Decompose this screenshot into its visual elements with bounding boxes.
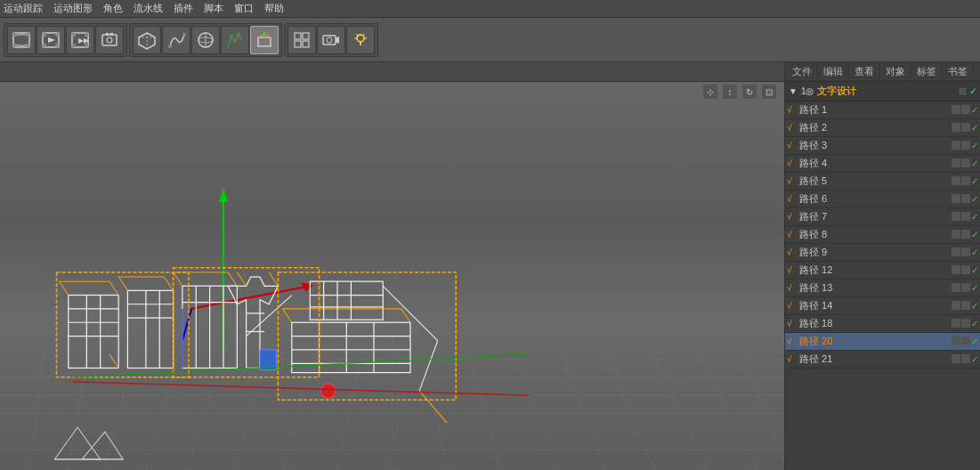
- tool-camera-view[interactable]: [317, 26, 345, 54]
- obj-visibility-check[interactable]: √: [787, 176, 798, 186]
- obj-icon-dot-2[interactable]: [961, 105, 970, 114]
- menu-item-scripts[interactable]: 脚本: [204, 2, 223, 15]
- obj-icon-dot-2[interactable]: [961, 265, 970, 274]
- obj-icon-dot-1[interactable]: [952, 105, 960, 114]
- obj-green-check[interactable]: ✓: [971, 141, 978, 150]
- list-item[interactable]: √路径 21✓: [785, 351, 980, 369]
- obj-green-check[interactable]: ✓: [971, 230, 978, 239]
- list-item[interactable]: √路径 2✓: [785, 119, 980, 137]
- obj-visibility-check[interactable]: √: [787, 336, 798, 346]
- list-item[interactable]: √路径 14✓: [785, 297, 980, 315]
- obj-visibility-check[interactable]: √: [787, 283, 798, 293]
- obj-icon-dot-2[interactable]: [961, 176, 970, 185]
- obj-icon-dot-1[interactable]: [952, 319, 960, 328]
- obj-icon-dot-1[interactable]: [952, 230, 960, 239]
- obj-icon-dot-2[interactable]: [961, 230, 970, 239]
- obj-visibility-check[interactable]: √: [787, 230, 798, 239]
- obj-green-check[interactable]: ✓: [971, 265, 978, 275]
- obj-visibility-check[interactable]: √: [787, 265, 798, 275]
- tool-grid-view[interactable]: [288, 26, 316, 54]
- obj-icon-dot-1[interactable]: [952, 354, 960, 363]
- obj-icon-dot-1[interactable]: [952, 158, 960, 167]
- tool-light[interactable]: [346, 26, 375, 54]
- obj-green-check[interactable]: ✓: [971, 301, 978, 311]
- tool-nurbs[interactable]: [221, 26, 249, 54]
- obj-visibility-check[interactable]: √: [787, 247, 798, 257]
- tool-cube[interactable]: [133, 26, 161, 54]
- obj-green-check[interactable]: ✓: [971, 158, 978, 168]
- list-item[interactable]: √路径 9✓: [785, 244, 980, 262]
- obj-green-check[interactable]: ✓: [971, 194, 978, 204]
- viewport-3d[interactable]: ⊹ ↕ ↻ ⊡: [0, 62, 784, 470]
- list-item[interactable]: √路径 12✓: [785, 262, 980, 280]
- tab-file[interactable]: 文件: [787, 63, 818, 80]
- list-item[interactable]: √路径 20✓: [785, 333, 980, 351]
- obj-green-check[interactable]: ✓: [971, 319, 978, 328]
- tab-view[interactable]: 查看: [849, 63, 880, 80]
- obj-icon-dot-1[interactable]: [952, 265, 960, 274]
- list-item[interactable]: √路径 7✓: [785, 208, 980, 226]
- list-item[interactable]: √路径 1✓: [785, 101, 980, 119]
- tab-edit[interactable]: 编辑: [818, 63, 849, 80]
- obj-visibility-check[interactable]: √: [787, 354, 798, 364]
- obj-icon-dot-1[interactable]: [952, 194, 960, 203]
- obj-visibility-check[interactable]: √: [787, 105, 798, 115]
- list-item[interactable]: √路径 18✓: [785, 315, 980, 333]
- list-item[interactable]: √路径 3✓: [785, 137, 980, 155]
- obj-visibility-check[interactable]: √: [787, 123, 798, 133]
- obj-green-check[interactable]: ✓: [971, 247, 978, 257]
- tool-deform[interactable]: [250, 26, 279, 54]
- obj-green-check[interactable]: ✓: [971, 336, 978, 346]
- obj-icon-dot-1[interactable]: [952, 247, 960, 256]
- viewport-ctrl-move[interactable]: ↕: [722, 84, 738, 100]
- obj-icon-dot-2[interactable]: [961, 212, 970, 221]
- obj-green-check[interactable]: ✓: [971, 105, 978, 115]
- obj-icon-dot-1[interactable]: [952, 336, 960, 345]
- menu-item-window[interactable]: 窗口: [234, 2, 254, 15]
- obj-icon-dot-2[interactable]: [961, 158, 970, 167]
- obj-icon-dot-2[interactable]: [961, 247, 970, 256]
- obj-visibility-check[interactable]: √: [787, 212, 798, 222]
- obj-visibility-check[interactable]: √: [787, 158, 798, 168]
- obj-visibility-check[interactable]: √: [787, 319, 798, 328]
- tool-film-1[interactable]: [7, 26, 36, 54]
- menu-item-pipeline[interactable]: 流水线: [134, 2, 163, 15]
- obj-icon-dot-1[interactable]: [952, 123, 960, 132]
- tool-film-3[interactable]: ▶▶: [66, 26, 94, 54]
- object-list-header[interactable]: ▼ 1◎ 文字设计 ⊟ ✓: [785, 82, 980, 101]
- obj-icon-dot-1[interactable]: [952, 283, 960, 292]
- obj-green-check[interactable]: ✓: [971, 354, 978, 364]
- menu-item-motion-tracking[interactable]: 运动跟踪: [4, 2, 43, 15]
- obj-icon-dot-1[interactable]: [952, 301, 960, 310]
- list-item[interactable]: √路径 5✓: [785, 173, 980, 190]
- tool-spline[interactable]: [162, 26, 190, 54]
- obj-green-check[interactable]: ✓: [971, 212, 978, 222]
- obj-icon-dot-2[interactable]: [961, 194, 970, 203]
- obj-icon-dot-2[interactable]: [961, 319, 970, 328]
- obj-icon-dot-2[interactable]: [961, 123, 970, 132]
- tool-sphere[interactable]: [191, 26, 220, 54]
- menu-item-motion-graphics[interactable]: 运动图形: [53, 2, 93, 15]
- tool-film-2[interactable]: [36, 26, 65, 54]
- obj-green-check[interactable]: ✓: [971, 123, 978, 133]
- tool-film-4[interactable]: [95, 26, 124, 54]
- obj-icon-dot-2[interactable]: [961, 354, 970, 363]
- obj-visibility-check[interactable]: √: [787, 194, 798, 204]
- obj-icon-dot-1[interactable]: [952, 212, 960, 221]
- menu-item-plugins[interactable]: 插件: [174, 2, 193, 15]
- tab-tags[interactable]: 标签: [911, 63, 943, 80]
- tab-object[interactable]: 对象: [880, 63, 911, 80]
- list-item[interactable]: √路径 13✓: [785, 280, 980, 297]
- list-item[interactable]: √路径 4✓: [785, 155, 980, 173]
- viewport-ctrl-maximize[interactable]: ⊡: [761, 84, 777, 100]
- menu-item-character[interactable]: 角色: [103, 2, 123, 15]
- menu-item-help[interactable]: 帮助: [264, 2, 284, 15]
- obj-visibility-check[interactable]: √: [787, 301, 798, 311]
- obj-green-check[interactable]: ✓: [971, 176, 978, 186]
- obj-icon-dot-2[interactable]: [961, 301, 970, 310]
- viewport-ctrl-rotate[interactable]: ↻: [741, 84, 757, 100]
- obj-icon-dot-1[interactable]: [952, 176, 960, 185]
- obj-green-check[interactable]: ✓: [971, 283, 978, 293]
- viewport-ctrl-transform[interactable]: ⊹: [702, 84, 718, 100]
- obj-icon-dot-1[interactable]: [952, 141, 960, 150]
